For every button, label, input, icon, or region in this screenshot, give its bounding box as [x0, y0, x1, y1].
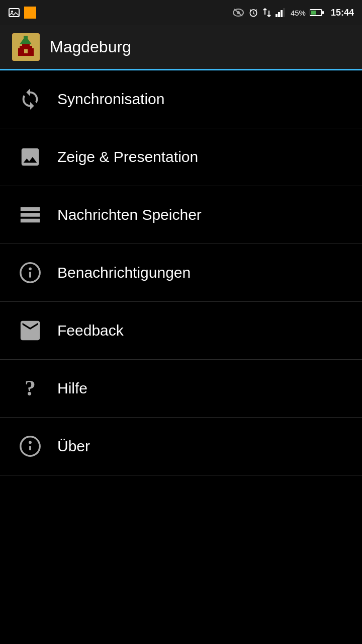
battery-percentage: 45% [291, 9, 306, 17]
app-icon [24, 7, 36, 19]
svg-point-1 [11, 11, 13, 13]
svg-rect-7 [278, 12, 280, 17]
svg-rect-9 [283, 8, 285, 17]
svg-rect-11 [311, 11, 316, 15]
signal-icon [276, 8, 287, 17]
menu-item-feedback[interactable]: Feedback [0, 302, 362, 360]
battery-icon [310, 9, 324, 17]
info-icon [15, 435, 45, 458]
alarm-icon [248, 8, 258, 18]
menu-label-uber: Über [57, 438, 90, 455]
screenshot-icon [8, 7, 20, 19]
status-right-icons: 45% 15:44 [232, 8, 354, 18]
svg-rect-20 [24, 49, 28, 53]
eye-icon [232, 9, 244, 17]
app-title: Magdeburg [50, 38, 131, 56]
app-bar: Magdeburg [0, 25, 362, 70]
menu-label-zeige-presentation: Zeige & Presentation [57, 148, 198, 166]
menu-label-hilfe: Hilfe [57, 380, 87, 397]
svg-rect-17 [30, 48, 34, 56]
menu-item-synchronisation[interactable]: Synchronisation [0, 70, 362, 128]
app-logo [12, 33, 40, 61]
menu-list: Synchronisation Zeige & Presentation Nac… [0, 70, 362, 475]
svg-rect-16 [18, 48, 22, 56]
city-logo-icon [12, 33, 40, 61]
status-time: 15:44 [331, 8, 354, 18]
help-icon: ? [15, 377, 45, 399]
status-bar: 45% 15:44 [0, 0, 362, 25]
mail-icon [15, 320, 45, 341]
svg-rect-8 [281, 10, 283, 17]
svg-rect-12 [322, 11, 324, 14]
menu-label-feedback: Feedback [57, 322, 124, 339]
svg-rect-6 [276, 14, 278, 17]
menu-item-zeige-presentation[interactable]: Zeige & Presentation [0, 128, 362, 186]
storage-icon [15, 203, 45, 226]
status-left-icons [8, 7, 36, 19]
sync-icon [15, 88, 45, 111]
menu-label-benachrichtigungen: Benachrichtigungen [57, 264, 191, 281]
notification-icon [15, 261, 45, 284]
menu-item-hilfe[interactable]: ? Hilfe [0, 360, 362, 418]
menu-item-nachrichten-speicher[interactable]: Nachrichten Speicher [0, 186, 362, 244]
svg-rect-0 [9, 9, 19, 17]
svg-rect-19 [24, 36, 28, 40]
menu-label-synchronisation: Synchronisation [57, 91, 164, 108]
image-icon [15, 145, 45, 169]
menu-item-benachrichtigungen[interactable]: Benachrichtigungen [0, 244, 362, 302]
transfer-icon [262, 8, 272, 18]
menu-label-nachrichten-speicher: Nachrichten Speicher [57, 206, 202, 223]
menu-item-uber[interactable]: Über [0, 418, 362, 475]
